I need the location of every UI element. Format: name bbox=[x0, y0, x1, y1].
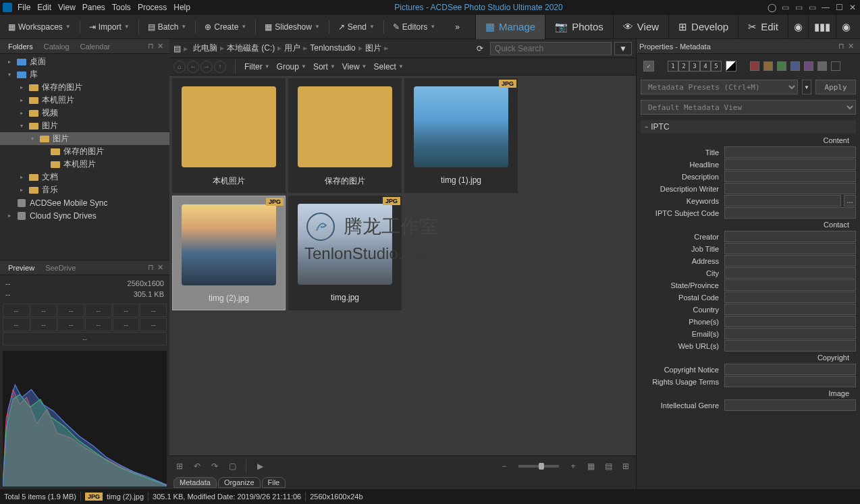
field-email-s-[interactable] bbox=[724, 328, 856, 339]
color-purple[interactable] bbox=[804, 61, 813, 71]
bt-rotate-right-icon[interactable]: ↷ bbox=[209, 460, 221, 472]
prop-tab-file[interactable]: File bbox=[262, 477, 286, 488]
breadcrumb-item[interactable]: Tenlonstudio bbox=[307, 42, 358, 54]
tree-item[interactable]: ▸Cloud Sync Drives bbox=[0, 209, 169, 222]
pin-preview-icon[interactable]: ⊓ bbox=[148, 263, 157, 273]
tree-item[interactable]: 保存的图片 bbox=[0, 145, 169, 158]
calendar-tab[interactable]: Calendar bbox=[75, 41, 116, 52]
view-mode-2-icon[interactable]: ▤ bbox=[602, 460, 614, 472]
layout-icon-3[interactable]: ▭ bbox=[807, 3, 817, 12]
zoom-slider[interactable] bbox=[518, 465, 559, 468]
tree-item[interactable]: ▸本机照片 bbox=[0, 94, 169, 107]
metadata-view-select[interactable]: Default Metadata View bbox=[641, 100, 856, 115]
close-button[interactable]: ✕ bbox=[848, 3, 857, 12]
close-preview-icon[interactable]: ✕ bbox=[157, 263, 167, 273]
menu-help[interactable]: Help bbox=[173, 3, 190, 12]
tab-365-icon[interactable]: ◉ bbox=[788, 15, 808, 39]
tree-item[interactable]: 本机照片 bbox=[0, 158, 169, 171]
field-keywords[interactable] bbox=[724, 195, 841, 206]
nav-fwd-icon[interactable]: → bbox=[200, 61, 213, 73]
rating-2[interactable]: 2 bbox=[678, 61, 689, 72]
prop-tab-organize[interactable]: Organize bbox=[218, 477, 261, 488]
field-rights-usage-terms[interactable] bbox=[724, 376, 856, 387]
field-title[interactable] bbox=[724, 146, 856, 158]
zoom-out-icon[interactable]: − bbox=[498, 460, 510, 472]
tab-photos[interactable]: 📷 Photos bbox=[545, 15, 613, 39]
tree-item[interactable]: ACDSee Mobile Sync bbox=[0, 196, 169, 209]
field-country[interactable] bbox=[724, 304, 856, 315]
menu-view[interactable]: View bbox=[58, 3, 76, 12]
breadcrumb-item[interactable]: 图片 bbox=[362, 42, 384, 54]
batch-button[interactable]: ▤ Batch ▼ bbox=[144, 18, 191, 36]
menu-process[interactable]: Process bbox=[138, 3, 167, 12]
slideshow-button[interactable]: ▦ Slideshow ▼ bbox=[261, 18, 324, 36]
bt-rotate-left-icon[interactable]: ↶ bbox=[191, 460, 203, 472]
sort-button[interactable]: Sort ▼ bbox=[313, 62, 335, 72]
color-blue[interactable] bbox=[790, 61, 800, 71]
tree-item[interactable]: ▾库 bbox=[0, 68, 169, 81]
search-input[interactable] bbox=[490, 42, 612, 55]
bt-play-icon[interactable]: ▶ bbox=[254, 460, 266, 472]
search-dd-icon[interactable]: ▼ bbox=[614, 42, 632, 55]
thumbnail-item[interactable]: JPGtimg (2).jpg bbox=[172, 196, 286, 310]
menu-edit[interactable]: Edit bbox=[37, 3, 51, 12]
view-button[interactable]: View ▼ bbox=[342, 62, 367, 72]
nav-home-icon[interactable]: ⌂ bbox=[173, 61, 186, 73]
preview-tab[interactable]: Preview bbox=[3, 262, 40, 273]
filter-button[interactable]: Filter ▼ bbox=[244, 62, 270, 72]
field-address[interactable] bbox=[724, 255, 856, 267]
rating-clear[interactable] bbox=[726, 61, 736, 72]
tree-item[interactable]: ▸文档 bbox=[0, 171, 169, 184]
color-green[interactable] bbox=[777, 61, 786, 71]
refresh-icon[interactable]: ⟳ bbox=[477, 44, 483, 53]
tab-sync-icon[interactable]: ◉ bbox=[836, 15, 856, 39]
pin-props-icon[interactable]: ⊓ bbox=[838, 42, 848, 51]
field-web-url-s-[interactable] bbox=[724, 340, 856, 352]
close-props-icon[interactable]: ✕ bbox=[848, 42, 857, 51]
tree-item[interactable]: ▾图片 bbox=[0, 119, 169, 132]
tree-item[interactable]: ▸桌面 bbox=[0, 55, 169, 68]
menu-panes[interactable]: Panes bbox=[82, 3, 105, 12]
field-state-province[interactable] bbox=[724, 279, 856, 291]
metadata-preset-select[interactable]: Metadata Presets (Ctrl+M) bbox=[641, 80, 798, 94]
seedrive-tab[interactable]: SeeDrive bbox=[40, 262, 81, 273]
rating-4[interactable]: 4 bbox=[700, 61, 711, 72]
nav-up-icon[interactable]: ↑ bbox=[214, 61, 226, 73]
tab-manage[interactable]: ▦ Manage bbox=[475, 15, 545, 39]
bt-icon-4[interactable]: ▢ bbox=[226, 460, 238, 472]
color-orange[interactable] bbox=[763, 61, 773, 71]
breadcrumb-item[interactable]: 本地磁盘 (C:) bbox=[224, 42, 277, 54]
zoom-in-icon[interactable]: + bbox=[567, 460, 579, 472]
tree-item[interactable]: ▾图片 bbox=[0, 132, 169, 145]
field-copyright-notice[interactable] bbox=[724, 364, 856, 375]
thumbnail-item[interactable]: 本机照片 bbox=[172, 78, 286, 193]
tab-develop[interactable]: ⊞ Develop bbox=[668, 15, 738, 39]
field-phone-s-[interactable] bbox=[724, 316, 856, 327]
prop-tab-metadata[interactable]: Metadata bbox=[173, 477, 217, 488]
tree-item[interactable]: ▸保存的图片 bbox=[0, 81, 169, 94]
bt-icon-1[interactable]: ⊞ bbox=[173, 460, 186, 472]
rating-5[interactable]: 5 bbox=[711, 61, 722, 72]
rating-3[interactable]: 3 bbox=[689, 61, 700, 72]
create-button[interactable]: ⊕ Create ▼ bbox=[200, 18, 250, 36]
tag-checkbox[interactable]: ✓ bbox=[643, 61, 654, 72]
close-panel-icon[interactable]: ✕ bbox=[157, 42, 167, 51]
thumbnail-item[interactable]: 保存的图片 bbox=[288, 78, 402, 193]
minimize-button[interactable]: — bbox=[821, 3, 830, 12]
field-description-writer[interactable] bbox=[724, 183, 856, 194]
field-description[interactable] bbox=[724, 171, 856, 182]
field-iptc-subject-code[interactable] bbox=[724, 207, 856, 219]
preset-dd-icon[interactable]: ▼ bbox=[802, 80, 811, 94]
field-city[interactable] bbox=[724, 267, 856, 279]
layout-icon-1[interactable]: ▭ bbox=[780, 3, 790, 12]
breadcrumb-item[interactable]: 用户 bbox=[281, 42, 303, 54]
menu-tools[interactable]: Tools bbox=[112, 3, 131, 12]
breadcrumb-item[interactable]: 此电脑 bbox=[190, 42, 220, 54]
tree-item[interactable]: ▸音乐 bbox=[0, 184, 169, 196]
tab-edit[interactable]: ✂ Edit bbox=[738, 15, 788, 39]
group-button[interactable]: Group ▼ bbox=[277, 62, 306, 72]
breadcrumb-disk-icon[interactable]: ▤ bbox=[173, 44, 181, 53]
folders-tab[interactable]: Folders bbox=[3, 41, 38, 52]
import-button[interactable]: ⇥ Import ▼ bbox=[85, 18, 134, 36]
field-headline[interactable] bbox=[724, 159, 856, 170]
